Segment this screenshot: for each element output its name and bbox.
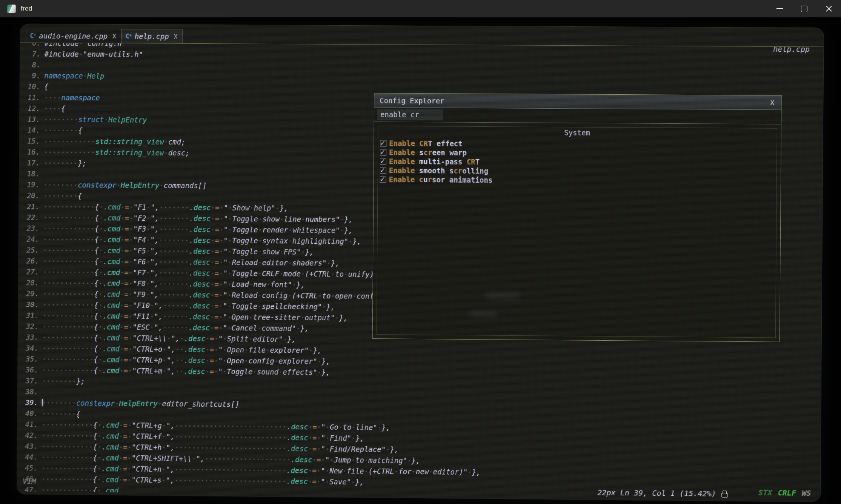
option-label: Enable cursor animations bbox=[389, 175, 493, 184]
line-number: 11. bbox=[19, 92, 40, 103]
dialog-search-row: enable cr bbox=[374, 108, 781, 124]
option-label: Enable smooth scrolling bbox=[389, 166, 488, 175]
line-number: 40. bbox=[17, 408, 38, 419]
check-icon: ✓ bbox=[380, 147, 385, 156]
check-icon: ✓ bbox=[380, 174, 385, 183]
checkbox[interactable]: ✓ bbox=[380, 140, 386, 146]
crt-screen: C+audio-engine.cppXC+help.cppX help.cpp … bbox=[0, 17, 841, 504]
status-mode-indicator: VIM bbox=[23, 476, 36, 486]
line-number: 9. bbox=[20, 70, 41, 81]
line-number: 24. bbox=[18, 234, 40, 244]
line-number: 20. bbox=[18, 190, 40, 201]
cpp-file-icon: C+ bbox=[30, 32, 35, 39]
tab-close-icon[interactable]: X bbox=[111, 32, 116, 40]
line-number: 29. bbox=[18, 288, 39, 299]
cpp-file-icon: C+ bbox=[126, 33, 131, 40]
os-titlebar: fred bbox=[0, 0, 841, 17]
check-icon: ✓ bbox=[380, 156, 385, 165]
line-number: 21. bbox=[18, 201, 40, 212]
window-title: fred bbox=[21, 5, 32, 12]
line-number: 38. bbox=[17, 386, 38, 397]
status-flag-WS[interactable]: WS bbox=[802, 489, 811, 498]
tab-label: audio-engine.cpp bbox=[39, 32, 108, 40]
line-number: 47. bbox=[17, 484, 38, 495]
status-position-text: 22px Ln 39, Col 1 (15.42%) bbox=[597, 488, 716, 498]
line-number: 16. bbox=[19, 146, 40, 157]
window-controls bbox=[767, 0, 841, 17]
line-number: 44. bbox=[17, 452, 38, 463]
dialog-titlebar[interactable]: Config Explorer X bbox=[374, 93, 781, 110]
line-number: 28. bbox=[18, 277, 39, 288]
dialog-close-icon[interactable]: X bbox=[769, 98, 776, 106]
line-number: 39. bbox=[17, 397, 38, 408]
line-number: 34. bbox=[17, 343, 38, 353]
checkbox[interactable]: ✓ bbox=[380, 167, 386, 174]
line-number: 23. bbox=[18, 223, 40, 234]
option-label: Enable multi-pass CRT bbox=[389, 157, 480, 166]
status-flags: STXCRLFWS bbox=[758, 488, 811, 498]
tab-audio-engine.cpp[interactable]: C+audio-engine.cppX bbox=[26, 29, 121, 43]
option-label: Enable screen warp bbox=[389, 148, 467, 157]
check-icon: ✓ bbox=[380, 165, 385, 174]
section-header: System bbox=[378, 127, 777, 138]
line-number: 32. bbox=[18, 321, 39, 332]
app-window: fred C+audio-engine.cppXC+help.cppX help… bbox=[0, 0, 841, 504]
line-number: 41. bbox=[17, 419, 38, 430]
line-number: 33. bbox=[18, 332, 39, 343]
line-number: 36. bbox=[17, 364, 38, 375]
checkbox[interactable]: ✓ bbox=[380, 149, 386, 155]
checkbox[interactable]: ✓ bbox=[380, 158, 386, 164]
config-explorer-dialog: Config Explorer X enable cr System ✓Enab… bbox=[372, 93, 782, 342]
line-number: 27. bbox=[18, 266, 39, 277]
lock-icon[interactable] bbox=[721, 490, 727, 498]
line-number: 37. bbox=[17, 375, 38, 386]
status-position-group: 22px Ln 39, Col 1 (15.42%) bbox=[597, 488, 727, 498]
status-flag-CRLF[interactable]: CRLF bbox=[778, 488, 796, 498]
line-number: 10. bbox=[20, 81, 41, 92]
line-number: 35. bbox=[17, 353, 38, 364]
ghost-artifact bbox=[485, 292, 520, 300]
line-number: 14. bbox=[19, 125, 40, 136]
line-number: 31. bbox=[18, 310, 39, 321]
maximize-icon bbox=[801, 6, 807, 12]
option-label: Enable CRT effect bbox=[389, 139, 463, 148]
ghost-artifact bbox=[470, 310, 497, 318]
line-number: 17. bbox=[19, 157, 40, 168]
check-icon: ✓ bbox=[380, 138, 385, 147]
line-number: 19. bbox=[19, 179, 40, 190]
tab-close-icon[interactable]: X bbox=[172, 33, 178, 40]
line-number: 22. bbox=[18, 212, 40, 223]
line-number: 18. bbox=[19, 168, 40, 179]
line-number: 43. bbox=[17, 441, 38, 452]
editor-surface: C+audio-engine.cppXC+help.cppX help.cpp … bbox=[17, 24, 824, 502]
line-number: 15. bbox=[19, 136, 40, 147]
search-input[interactable]: enable cr bbox=[377, 109, 443, 120]
line-number: 30. bbox=[18, 299, 39, 310]
line-number: 13. bbox=[19, 114, 40, 125]
line-number: 8. bbox=[20, 59, 41, 70]
line-number: 45. bbox=[17, 463, 38, 473]
line-number: 7. bbox=[20, 48, 41, 59]
tab-help.cpp[interactable]: C+help.cppX bbox=[121, 29, 183, 43]
dialog-option-panel: System ✓Enable CRT effect✓Enable screen … bbox=[377, 126, 777, 338]
option-list: ✓Enable CRT effect✓Enable screen warp✓En… bbox=[378, 138, 777, 186]
minimize-icon bbox=[776, 8, 783, 9]
close-button[interactable] bbox=[816, 0, 841, 17]
line-number: 42. bbox=[17, 430, 38, 441]
dialog-title: Config Explorer bbox=[380, 96, 444, 105]
status-flag-STX[interactable]: STX bbox=[758, 488, 772, 497]
maximize-button[interactable] bbox=[792, 0, 816, 17]
app-icon bbox=[7, 5, 16, 13]
tab-label: help.cpp bbox=[135, 32, 169, 40]
line-number: 25. bbox=[18, 244, 39, 255]
minimize-button[interactable] bbox=[767, 0, 792, 17]
close-icon bbox=[826, 5, 832, 12]
line-number: 26. bbox=[18, 255, 39, 266]
checkbox[interactable]: ✓ bbox=[380, 176, 386, 183]
line-number: 12. bbox=[19, 103, 40, 114]
